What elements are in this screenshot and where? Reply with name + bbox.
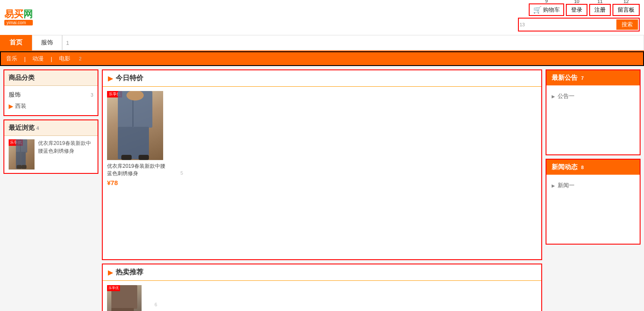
cart-wrap: 9 🛒 购物车 <box>529 3 564 16</box>
logo-text: 易买网 <box>4 9 33 19</box>
product-image-jeans: 乐享优 <box>107 91 163 160</box>
news-item-1[interactable]: ▶ 新闻一 <box>552 179 635 192</box>
header-right: 9 🛒 购物车 10 登录 11 注册 12 留言板 13 搜索 <box>518 3 640 31</box>
search-input[interactable] <box>528 19 615 30</box>
category-title: 商品分类 <box>4 70 98 86</box>
category-box: 商品分类 服饰 3 ▶ 西装 <box>3 69 98 116</box>
recent-content: 乐享优 优衣库2019春装新款中腰蓝色刺绣修身 <box>4 136 98 173</box>
hot-num-label: 6 <box>155 302 157 307</box>
product-jeans-svg <box>107 91 163 160</box>
category-content: 服饰 3 ▶ 西装 <box>4 86 98 115</box>
today-special-icon: ▶ <box>108 74 113 82</box>
message-button[interactable]: 留言板 <box>612 4 640 16</box>
cart-icon: 🛒 <box>533 6 542 14</box>
category-clothing-name[interactable]: 服饰 <box>9 91 21 99</box>
category-item-clothing: 服饰 3 <box>9 89 93 101</box>
announce-item-1[interactable]: ▶ 公告一 <box>552 90 635 103</box>
left-sidebar: 商品分类 服饰 3 ▶ 西装 最近浏览 4 <box>3 69 98 311</box>
announce-item-text-1: 公告一 <box>558 92 575 100</box>
svg-rect-8 <box>133 127 149 159</box>
svg-rect-15 <box>123 308 134 311</box>
recent-item[interactable]: 乐享优 优衣库2019春装新款中腰蓝色刺绣修身 <box>9 139 93 170</box>
nav-search-label: 1 <box>66 40 69 46</box>
svg-rect-10 <box>139 155 149 160</box>
hot-title: 热卖推荐 <box>116 268 143 277</box>
today-special-box: ▶ 今日特价 乐享优 <box>102 69 542 260</box>
nav-home[interactable]: 首页 <box>0 35 32 50</box>
category-title-text: 商品分类 <box>9 74 35 81</box>
today-special-title: 今日特价 <box>116 74 143 83</box>
product-name-jeans: 优衣库2019春装新款中腰蓝色刺绣修身 <box>107 163 167 177</box>
news-arrow-icon: ▶ <box>552 183 555 188</box>
today-num-label: 5 <box>180 170 183 176</box>
hot-icon: ▶ <box>108 268 113 276</box>
announce-box: 最新公告 7 ▶ 公告一 <box>546 69 641 155</box>
message-num-label: 12 <box>623 0 628 4</box>
nav-tabs: 首页 服饰 1 <box>0 35 644 51</box>
news-title: 新闻动态 8 <box>546 160 640 175</box>
today-special-header: ▶ 今日特价 <box>103 70 541 87</box>
recent-title: 最近浏览 4 <box>4 120 98 136</box>
subnav-divider2: | <box>51 56 52 62</box>
sub-nav: 音乐 | 动漫 | 电影 2 <box>0 51 644 66</box>
jeans-svg <box>9 139 35 170</box>
news-num: 8 <box>581 165 584 170</box>
cart-button[interactable]: 🛒 购物车 <box>529 3 564 16</box>
subnav-anime[interactable]: 动漫 <box>32 55 44 63</box>
svg-rect-5 <box>17 165 22 169</box>
message-wrap: 12 留言板 <box>612 4 640 16</box>
login-wrap: 10 登录 <box>566 4 587 16</box>
category-sub-name[interactable]: 西装 <box>15 102 26 110</box>
login-num-label: 10 <box>574 0 579 4</box>
hot-products: 乐享优 6 <box>103 281 541 311</box>
svg-rect-0 <box>16 139 27 153</box>
recent-product-name: 优衣库2019春装新款中腰蓝色刺绣修身 <box>38 139 93 155</box>
search-area: 13 搜索 <box>518 18 640 31</box>
search-button[interactable]: 搜索 <box>616 19 638 30</box>
subnav-divider: | <box>24 56 25 62</box>
svg-rect-4 <box>22 165 26 169</box>
logo-area: 易买网 yimai.com <box>4 9 33 25</box>
recent-title-text: 最近浏览 <box>9 124 35 131</box>
nav-search-bar: 1 <box>62 35 644 50</box>
svg-rect-7 <box>118 127 133 159</box>
center-content: ▶ 今日特价 乐享优 <box>102 69 542 311</box>
hot-product-image: 乐享优 <box>107 285 142 311</box>
cart-num-label: 9 <box>545 0 548 3</box>
product-price-jeans: ¥78 <box>107 179 167 186</box>
subnav-music[interactable]: 音乐 <box>6 55 17 63</box>
recent-product-image: 乐享优 <box>9 139 35 170</box>
announce-title: 最新公告 7 <box>546 70 640 85</box>
product-card-jeans[interactable]: 乐享优 优衣库2019春装新款中腰蓝色刺绣修身 ¥78 <box>107 91 167 255</box>
today-products: 乐享优 优衣库2019春装新款中腰蓝色刺绣修身 ¥78 <box>103 87 541 259</box>
header: 易买网 yimai.com 9 🛒 购物车 10 登录 11 注册 12 <box>0 0 644 35</box>
recent-num: 4 <box>36 126 39 131</box>
announce-num: 7 <box>581 75 584 81</box>
category-sub-suit[interactable]: ▶ 西装 <box>9 101 93 112</box>
svg-rect-11 <box>121 155 132 160</box>
hot-header: ▶ 热卖推荐 <box>103 264 541 281</box>
hot-badge: 乐享优 <box>107 285 120 291</box>
news-title-text: 新闻动态 <box>552 163 578 170</box>
main: 商品分类 服饰 3 ▶ 西装 最近浏览 4 <box>0 66 644 311</box>
right-sidebar: 最新公告 7 ▶ 公告一 新闻动态 8 ▶ 新闻一 <box>546 69 641 311</box>
login-button[interactable]: 登录 <box>566 4 587 16</box>
logo-domain: yimai.com <box>4 20 33 25</box>
register-button[interactable]: 注册 <box>589 4 611 16</box>
news-item-text-1: 新闻一 <box>558 182 575 189</box>
register-num-label: 11 <box>597 0 603 4</box>
news-box: 新闻动态 8 ▶ 新闻一 <box>546 159 641 245</box>
news-content: ▶ 新闻一 <box>546 175 640 244</box>
category-arrow-icon: ▶ <box>9 103 13 110</box>
announce-arrow-icon: ▶ <box>552 94 555 99</box>
category-clothing-count: 3 <box>91 92 93 97</box>
header-top-links: 9 🛒 购物车 10 登录 11 注册 12 留言板 <box>529 3 640 16</box>
register-wrap: 11 注册 <box>589 4 611 16</box>
hot-section: ▶ 热卖推荐 乐享优 6 <box>102 264 542 311</box>
subnav-num: 2 <box>79 56 82 61</box>
nav-clothing[interactable]: 服饰 <box>32 35 62 50</box>
search-num-label: 13 <box>520 22 525 27</box>
announce-content: ▶ 公告一 <box>546 85 640 154</box>
subnav-movie[interactable]: 电影 <box>59 55 70 63</box>
svg-rect-14 <box>111 308 123 311</box>
